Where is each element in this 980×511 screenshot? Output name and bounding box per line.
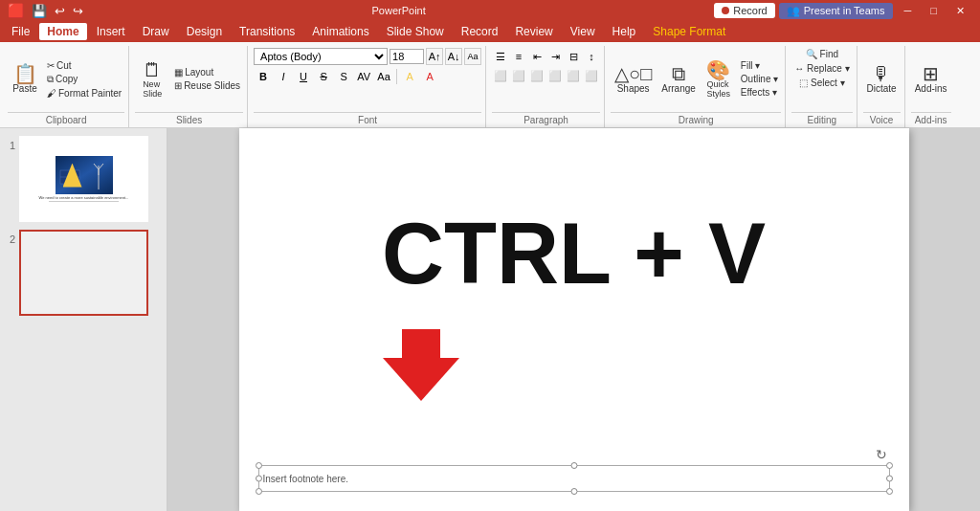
- quick-access-save[interactable]: 💾: [32, 4, 47, 18]
- rotate-handle[interactable]: ↻: [876, 447, 889, 460]
- dictate-button[interactable]: 🎙 Dictate: [863, 62, 901, 96]
- font-size-input[interactable]: [390, 49, 424, 64]
- addins-button[interactable]: ⊞ Add-ins: [911, 62, 951, 96]
- menu-insert[interactable]: Insert: [89, 23, 133, 40]
- menu-slideshow[interactable]: Slide Show: [379, 23, 452, 40]
- paste-label: Paste: [12, 83, 37, 94]
- slide-item-2[interactable]: 2: [4, 230, 163, 316]
- replace-button[interactable]: ↔ Replace ▾: [791, 62, 852, 75]
- justify-button[interactable]: ⬜: [546, 67, 564, 84]
- cut-button[interactable]: ✂ Cut: [44, 59, 124, 72]
- increase-indent-button[interactable]: ⇥: [546, 48, 564, 65]
- present-label: Present in Teams: [804, 5, 885, 16]
- record-dot: [722, 7, 729, 14]
- column-button[interactable]: ⊟: [565, 48, 582, 65]
- title-bar-left: 🟥 💾 ↩ ↪: [8, 3, 83, 18]
- increase-font-button[interactable]: A↑: [426, 48, 443, 65]
- slide-thumb-1[interactable]: We need to create a more sustainable env…: [19, 136, 148, 222]
- slide-thumb-2[interactable]: [19, 230, 148, 316]
- paragraph-label: Paragraph: [492, 112, 600, 125]
- shapes-button[interactable]: △○□ Shapes: [611, 62, 656, 96]
- record-button[interactable]: Record: [714, 3, 774, 18]
- voice-label: Voice: [863, 112, 901, 125]
- copy-button[interactable]: ⧉ Copy: [44, 73, 124, 86]
- cut-icon: ✂: [47, 60, 55, 71]
- clear-formatting-button[interactable]: Aa: [464, 48, 481, 65]
- teams-icon: 👥: [787, 5, 800, 17]
- quick-styles-button[interactable]: 🎨 QuickStyles: [702, 58, 736, 100]
- new-slide-label: NewSlide: [143, 79, 162, 99]
- character-spacing-button[interactable]: AV: [354, 67, 373, 86]
- decrease-font-button[interactable]: A↓: [445, 48, 462, 65]
- italic-button[interactable]: I: [274, 67, 293, 86]
- menu-view[interactable]: View: [563, 23, 603, 40]
- layout-button[interactable]: ▦ Layout: [171, 66, 243, 78]
- addins-icon: ⊞: [923, 64, 939, 83]
- menu-design[interactable]: Design: [179, 23, 230, 40]
- slide1-image: [56, 156, 113, 194]
- change-case-button[interactable]: Aa: [374, 67, 393, 86]
- slide-item-1[interactable]: 1: [4, 136, 163, 222]
- decrease-indent-button[interactable]: ⇤: [528, 48, 546, 65]
- menu-animations[interactable]: Animations: [304, 23, 376, 40]
- strikethrough-button[interactable]: S: [314, 67, 333, 86]
- arrow-head: [383, 358, 459, 401]
- shape-outline-button[interactable]: Outline ▾: [738, 73, 781, 85]
- drawing-label: Drawing: [611, 112, 781, 125]
- underline-button[interactable]: U: [294, 67, 313, 86]
- font-family-select[interactable]: Aptos (Body): [254, 48, 388, 65]
- arrange-button[interactable]: ⧉ Arrange: [657, 62, 700, 96]
- smartart-button[interactable]: ⬜: [583, 67, 600, 84]
- menu-record[interactable]: Record: [454, 23, 506, 40]
- slide-canvas[interactable]: CTRL + V ↻ Insert footnote here.: [239, 128, 909, 511]
- text-direction-button[interactable]: ⬜: [565, 67, 582, 84]
- font-color-button[interactable]: A: [420, 67, 439, 86]
- slides-label: Slides: [135, 112, 243, 125]
- reuse-slides-button[interactable]: ⊞ Reuse Slides: [171, 79, 243, 92]
- shape-effects-button[interactable]: Effects ▾: [738, 86, 781, 99]
- format-painter-button[interactable]: 🖌 Format Painter: [44, 87, 124, 100]
- find-button[interactable]: 🔍 Find: [803, 48, 841, 60]
- shape-fill-button[interactable]: Fill ▾: [738, 59, 781, 72]
- reuse-icon: ⊞: [174, 80, 182, 91]
- highlight-button[interactable]: A: [400, 67, 419, 86]
- arrange-icon: ⧉: [672, 64, 685, 83]
- paste-button[interactable]: 📋 Paste: [8, 62, 42, 96]
- menu-shape-format[interactable]: Shape Format: [645, 23, 733, 40]
- maximize-button[interactable]: □: [923, 3, 945, 18]
- addins-label: Add-ins: [915, 83, 947, 94]
- ribbon-group-clipboard: 📋 Paste ✂ Cut ⧉ Copy 🖌 Format Painter Cl…: [4, 46, 129, 127]
- slide-textbox[interactable]: ↻ Insert footnote here.: [258, 465, 890, 492]
- shadow-button[interactable]: S: [334, 67, 353, 86]
- menu-help[interactable]: Help: [605, 23, 644, 40]
- line-spacing-button[interactable]: ↕: [583, 48, 600, 65]
- new-slide-button[interactable]: 🗒 NewSlide: [135, 58, 169, 100]
- bullets-button[interactable]: ☰: [492, 48, 509, 65]
- minimize-button[interactable]: ─: [897, 3, 920, 18]
- slide-number-1: 1: [4, 140, 15, 151]
- editing-label: Editing: [791, 112, 852, 125]
- quick-access-redo[interactable]: ↪: [73, 4, 83, 18]
- handle-bm: [570, 488, 577, 495]
- align-right-button[interactable]: ⬜: [528, 67, 546, 84]
- quick-access-undo[interactable]: ↩: [55, 4, 65, 18]
- menu-file[interactable]: File: [4, 23, 37, 40]
- canvas-area: CTRL + V ↻ Insert footnote here.: [167, 128, 980, 511]
- menu-review[interactable]: Review: [507, 23, 560, 40]
- ribbon-group-font: Aptos (Body) A↑ A↓ Aa B I U S S AV Aa A: [250, 46, 486, 127]
- app-icon: 🟥: [8, 3, 24, 18]
- close-button[interactable]: ✕: [948, 3, 972, 19]
- new-slide-icon: 🗒: [143, 60, 162, 79]
- menu-transitions[interactable]: Transitions: [232, 23, 302, 40]
- paste-icon: 📋: [13, 64, 37, 83]
- bold-button[interactable]: B: [254, 67, 273, 86]
- menu-home[interactable]: Home: [39, 23, 86, 40]
- numbering-button[interactable]: ≡: [510, 48, 527, 65]
- align-center-button[interactable]: ⬜: [510, 67, 527, 84]
- window-title: PowerPoint: [372, 5, 426, 16]
- ribbon: 📋 Paste ✂ Cut ⧉ Copy 🖌 Format Painter Cl…: [0, 42, 980, 128]
- present-in-teams-button[interactable]: 👥 Present in Teams: [779, 3, 893, 19]
- select-button[interactable]: ⬚ Select ▾: [796, 77, 847, 89]
- menu-draw[interactable]: Draw: [135, 23, 177, 40]
- align-left-button[interactable]: ⬜: [492, 67, 509, 84]
